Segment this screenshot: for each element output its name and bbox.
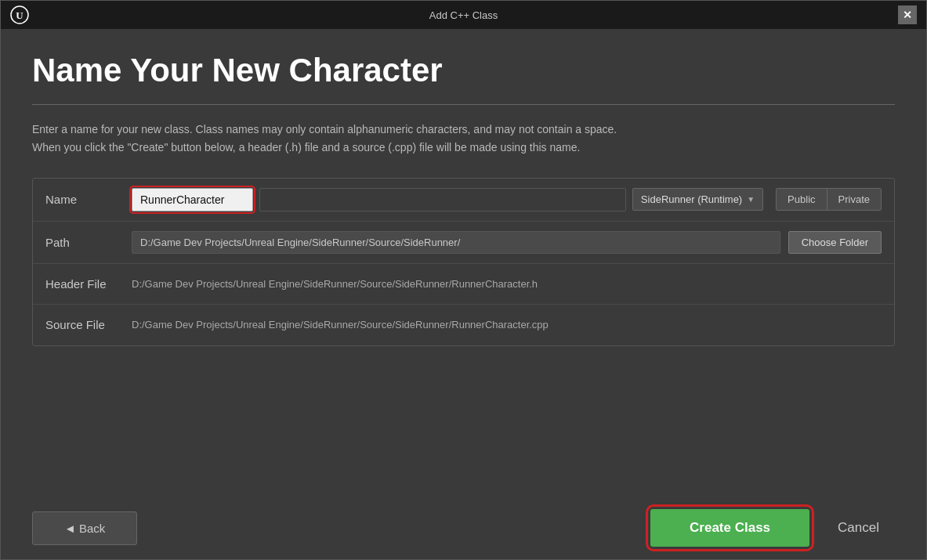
private-button[interactable]: Private [827, 189, 881, 210]
title-divider [32, 104, 895, 105]
description-line2: When you click the "Create" button below… [32, 141, 580, 154]
title-bar: U Add C++ Class ✕ [1, 1, 926, 29]
name-input[interactable] [132, 188, 253, 211]
header-file-label: Header File [45, 277, 132, 291]
close-button[interactable]: ✕ [898, 5, 917, 24]
content-area: Name Your New Character Enter a name for… [1, 29, 926, 497]
name-label: Name [45, 193, 132, 206]
name-input-extra [259, 188, 626, 211]
name-input-highlight [132, 188, 253, 211]
module-dropdown[interactable]: SideRunner (Runtime) ▼ [632, 188, 763, 211]
main-window: U Add C++ Class ✕ Name Your New Characte… [0, 0, 927, 560]
spacer [32, 346, 895, 473]
bottom-bar: ◄ Back Create Class Cancel [1, 497, 926, 559]
ue-logo-icon: U [10, 5, 29, 24]
public-button[interactable]: Public [777, 189, 827, 210]
back-button[interactable]: ◄ Back [32, 511, 137, 545]
description-line1: Enter a name for your new class. Class n… [32, 123, 617, 135]
path-label: Path [45, 236, 132, 249]
path-row: Path D:/Game Dev Projects/Unreal Engine/… [33, 222, 894, 264]
right-buttons: Create Class Cancel [650, 509, 895, 547]
path-value: D:/Game Dev Projects/Unreal Engine/SideR… [132, 231, 780, 254]
svg-text:U: U [16, 9, 24, 21]
choose-folder-button[interactable]: Choose Folder [788, 231, 882, 254]
create-class-highlight: Create Class [650, 509, 809, 547]
name-row: Name SideRunner (Runtime) ▼ Public Priva… [33, 179, 894, 222]
title-bar-left: U [10, 5, 29, 24]
cancel-button[interactable]: Cancel [822, 509, 895, 547]
access-buttons: Public Private [776, 188, 882, 211]
window-title: Add C++ Class [429, 9, 498, 21]
name-input-wrapper: SideRunner (Runtime) ▼ Public Private [132, 188, 882, 211]
form-section: Name SideRunner (Runtime) ▼ Public Priva… [32, 178, 895, 346]
header-file-value: D:/Game Dev Projects/Unreal Engine/SideR… [132, 278, 538, 290]
module-dropdown-label: SideRunner (Runtime) [641, 193, 742, 205]
source-file-value: D:/Game Dev Projects/Unreal Engine/SideR… [132, 319, 549, 331]
create-class-button[interactable]: Create Class [650, 509, 809, 547]
header-file-row: Header File D:/Game Dev Projects/Unreal … [33, 264, 894, 305]
source-file-row: Source File D:/Game Dev Projects/Unreal … [33, 305, 894, 345]
page-title: Name Your New Character [32, 52, 895, 89]
source-file-label: Source File [45, 318, 132, 331]
chevron-down-icon: ▼ [747, 195, 755, 204]
description: Enter a name for your new class. Class n… [32, 121, 895, 156]
